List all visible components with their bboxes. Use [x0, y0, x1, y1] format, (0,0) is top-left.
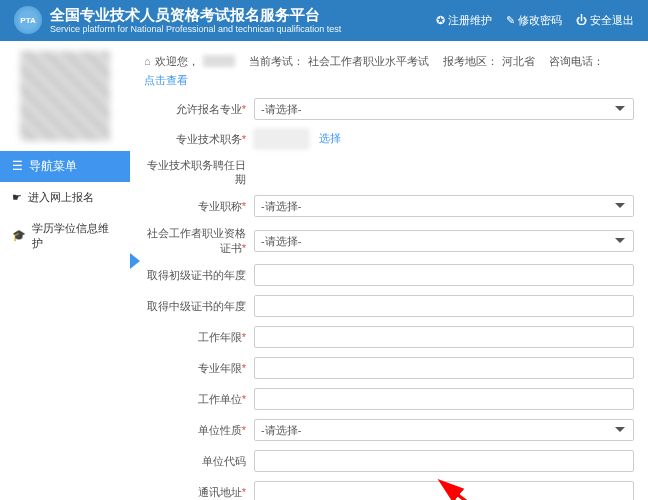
pro-title-select[interactable]: -请选择-: [254, 195, 634, 217]
row-sw-cert: 社会工作者职业资格证书* -请选择-: [144, 226, 634, 255]
maintain-link[interactable]: ✪ 注册维护: [436, 13, 492, 28]
logo-icon: PTA: [14, 6, 42, 34]
nav-header: ☰ 导航菜单: [0, 151, 130, 182]
tech-title-value: [254, 129, 309, 149]
cap-icon: 🎓: [12, 229, 26, 242]
header-titles: 全国专业技术人员资格考试报名服务平台 Service platform for …: [50, 6, 341, 35]
container: ☰ 导航菜单 ☛ 进入网上报名 🎓 学历学位信息维护 ⌂ 欢迎您， 当前考试： …: [0, 41, 648, 500]
header-right: ✪ 注册维护 ✎ 修改密码 ⏻ 安全退出: [436, 13, 634, 28]
row-pro-years: 专业年限*: [144, 357, 634, 379]
phone-link[interactable]: 点击查看: [144, 73, 188, 88]
logout-link[interactable]: ⏻ 安全退出: [576, 13, 634, 28]
row-mid-year: 取得中级证书的年度: [144, 295, 634, 317]
junior-year-input[interactable]: [254, 264, 634, 286]
pro-years-input[interactable]: [254, 357, 634, 379]
title-en: Service platform for National Profession…: [50, 24, 341, 35]
title-cn: 全国专业技术人员资格考试报名服务平台: [50, 6, 341, 24]
row-tech-date: 专业技术职务聘任日期: [144, 158, 634, 187]
unit-code-input[interactable]: [254, 450, 634, 472]
row-junior-year: 取得初级证书的年度: [144, 264, 634, 286]
sw-cert-select[interactable]: -请选择-: [254, 230, 634, 252]
row-tech-title: 专业技术职务* 选择: [144, 129, 634, 149]
home-icon: ⌂: [144, 55, 151, 67]
avatar: [20, 51, 110, 141]
tab-marker-icon: [130, 253, 140, 269]
work-unit-input[interactable]: [254, 388, 634, 410]
menu-icon: ☰: [12, 159, 23, 173]
work-years-input[interactable]: [254, 326, 634, 348]
row-work-years: 工作年限*: [144, 326, 634, 348]
sidebar-item-register[interactable]: ☛ 进入网上报名: [0, 182, 130, 213]
main: ⌂ 欢迎您， 当前考试： 社会工作者职业水平考试 报考地区： 河北省 咨询电话：…: [130, 41, 648, 500]
password-link[interactable]: ✎ 修改密码: [506, 13, 562, 28]
row-pro-title: 专业职称* -请选择-: [144, 195, 634, 217]
row-allowed-major: 允许报名专业* -请选择-: [144, 98, 634, 120]
breadcrumb: ⌂ 欢迎您， 当前考试： 社会工作者职业水平考试 报考地区： 河北省 咨询电话：…: [144, 49, 634, 98]
username-blur: [203, 55, 235, 67]
row-address: 通讯地址*: [144, 481, 634, 500]
sidebar-item-education[interactable]: 🎓 学历学位信息维护: [0, 213, 130, 259]
address-input[interactable]: [254, 481, 634, 500]
row-unit-code: 单位代码: [144, 450, 634, 472]
app-header: PTA 全国专业技术人员资格考试报名服务平台 Service platform …: [0, 0, 648, 41]
row-unit-nature: 单位性质* -请选择-: [144, 419, 634, 441]
hand-icon: ☛: [12, 191, 22, 204]
sidebar: ☰ 导航菜单 ☛ 进入网上报名 🎓 学历学位信息维护: [0, 41, 130, 500]
unit-nature-select[interactable]: -请选择-: [254, 419, 634, 441]
header-left: PTA 全国专业技术人员资格考试报名服务平台 Service platform …: [14, 6, 341, 35]
tech-title-select-btn[interactable]: 选择: [319, 131, 341, 146]
row-work-unit: 工作单位*: [144, 388, 634, 410]
mid-year-input[interactable]: [254, 295, 634, 317]
form-area: 允许报名专业* -请选择- 专业技术职务* 选择 专业技术职务聘任日期 专业职称…: [144, 98, 634, 500]
allowed-major-select[interactable]: -请选择-: [254, 98, 634, 120]
